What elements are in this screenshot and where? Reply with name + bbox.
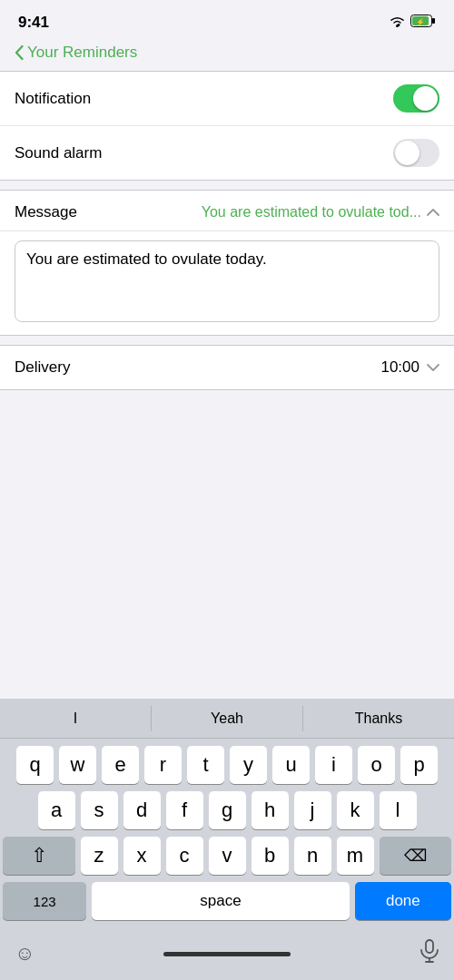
svg-text:⚡: ⚡: [416, 17, 425, 26]
key-n[interactable]: n: [294, 837, 331, 875]
sound-alarm-toggle[interactable]: [393, 139, 439, 167]
key-t[interactable]: t: [187, 746, 224, 784]
message-textarea-wrapper: [0, 231, 454, 336]
key-delete[interactable]: ⌫: [380, 837, 452, 875]
home-indicator: [163, 952, 291, 956]
notification-row: Notification: [0, 72, 454, 126]
message-label: Message: [15, 203, 77, 221]
back-chevron-icon: [15, 45, 24, 60]
key-q[interactable]: q: [16, 746, 54, 784]
key-i[interactable]: i: [315, 746, 352, 784]
message-header: Message You are estimated to ovulate tod…: [0, 191, 454, 231]
key-o[interactable]: o: [358, 746, 395, 784]
key-row-3: ⇧ z x c v b n m ⌫: [3, 837, 451, 875]
message-textarea[interactable]: [15, 240, 439, 322]
notification-toggle-knob: [413, 86, 438, 111]
status-bar: 9:41 ⚡: [0, 0, 454, 40]
battery-icon: ⚡: [410, 15, 436, 31]
delivery-row: Delivery 10:00: [0, 346, 454, 389]
key-z[interactable]: z: [81, 837, 118, 875]
message-preview-row[interactable]: You are estimated to ovulate tod...: [202, 204, 439, 220]
key-row-1: q w e r t y u i o p: [3, 746, 451, 784]
key-shift[interactable]: ⇧: [3, 837, 75, 875]
delivery-chevron-icon: [427, 363, 439, 372]
key-w[interactable]: w: [59, 746, 96, 784]
microphone-icon[interactable]: [419, 939, 439, 968]
key-k[interactable]: k: [337, 791, 374, 829]
key-l[interactable]: l: [380, 791, 417, 829]
bottom-bar: ☺: [0, 931, 454, 980]
sound-alarm-label: Sound alarm: [15, 144, 102, 162]
section-divider-1: [0, 181, 454, 190]
svg-point-0: [396, 24, 399, 27]
key-b[interactable]: b: [252, 837, 289, 875]
predictive-item-1[interactable]: Yeah: [152, 699, 302, 738]
key-a[interactable]: a: [38, 791, 75, 829]
wifi-icon: [390, 15, 405, 31]
key-g[interactable]: g: [209, 791, 246, 829]
key-y[interactable]: y: [230, 746, 267, 784]
notification-label: Notification: [15, 90, 91, 108]
status-icons: ⚡: [390, 15, 436, 31]
delivery-section: Delivery 10:00: [0, 345, 454, 390]
key-h[interactable]: h: [252, 791, 289, 829]
predictive-item-2[interactable]: Thanks: [303, 699, 454, 738]
predictive-bar: I Yeah Thanks: [0, 699, 454, 739]
key-d[interactable]: d: [123, 791, 161, 829]
emoji-icon[interactable]: ☺: [15, 942, 35, 965]
key-j[interactable]: j: [294, 791, 331, 829]
key-rows: q w e r t y u i o p a s d f g h j k l ⇧ …: [0, 739, 454, 931]
back-label: Your Reminders: [27, 44, 137, 62]
key-r[interactable]: r: [144, 746, 182, 784]
sound-alarm-row: Sound alarm: [0, 126, 454, 180]
content-spacer: [0, 390, 454, 699]
key-c[interactable]: c: [166, 837, 203, 875]
key-row-4: 123 space done: [3, 882, 451, 920]
settings-section: Notification Sound alarm: [0, 71, 454, 181]
svg-rect-2: [432, 18, 435, 24]
key-p[interactable]: p: [400, 746, 438, 784]
key-space[interactable]: space: [92, 882, 350, 920]
message-section: Message You are estimated to ovulate tod…: [0, 190, 454, 336]
key-v[interactable]: v: [209, 837, 246, 875]
collapse-icon: [427, 208, 439, 217]
svg-rect-5: [426, 940, 433, 953]
delivery-label: Delivery: [15, 358, 70, 377]
delivery-value[interactable]: 10:00: [380, 358, 439, 377]
key-s[interactable]: s: [81, 791, 118, 829]
back-button[interactable]: Your Reminders: [15, 44, 137, 62]
status-time: 9:41: [18, 14, 49, 32]
key-u[interactable]: u: [272, 746, 310, 784]
key-x[interactable]: x: [123, 837, 161, 875]
predictive-item-0[interactable]: I: [0, 699, 151, 738]
notification-toggle[interactable]: [393, 84, 439, 113]
key-m[interactable]: m: [337, 837, 374, 875]
sound-alarm-toggle-knob: [395, 141, 419, 165]
bottom-bar-content: ☺: [15, 939, 439, 968]
message-preview-text: You are estimated to ovulate tod...: [202, 204, 421, 220]
key-f[interactable]: f: [166, 791, 203, 829]
keyboard: I Yeah Thanks q w e r t y u i o p a s d …: [0, 699, 454, 980]
key-e[interactable]: e: [102, 746, 139, 784]
nav-bar: Your Reminders: [0, 40, 454, 71]
key-123[interactable]: 123: [3, 882, 86, 920]
key-done[interactable]: done: [355, 882, 451, 920]
key-row-2: a s d f g h j k l: [3, 791, 451, 829]
delivery-time: 10:00: [380, 358, 419, 377]
